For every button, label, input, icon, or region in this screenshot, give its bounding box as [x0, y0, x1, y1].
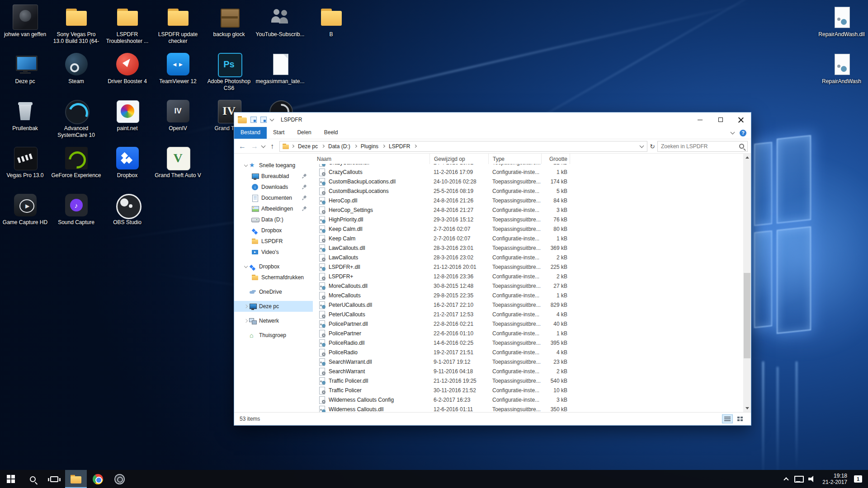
desktop-icon[interactable]: Game Capture HD: [0, 192, 50, 226]
file-row[interactable]: PeterUCallouts 21-2-2017 12:53 Configura…: [313, 310, 743, 319]
taskbar-search-button[interactable]: [22, 470, 43, 488]
desktop-icon[interactable]: RepairAndWash.dll: [816, 5, 867, 38]
taskbar-file-explorer-button[interactable]: [65, 470, 87, 488]
window-folder-icon[interactable]: [238, 116, 247, 123]
start-button[interactable]: [0, 470, 22, 488]
desktop-icon[interactable]: B: [306, 5, 356, 38]
recent-locations-chevron-icon[interactable]: [261, 143, 266, 148]
desktop-icon[interactable]: Dropbox: [102, 145, 152, 179]
desktop-icon[interactable]: Prullenbak: [0, 99, 50, 132]
file-row[interactable]: CustomBackupLocations 25-5-2016 08:19 Co…: [313, 186, 743, 196]
taskbar-chrome-button[interactable]: [87, 470, 108, 488]
task-view-button[interactable]: [43, 470, 65, 488]
breadcrumb-chevron-icon[interactable]: [354, 145, 357, 148]
desktop-icon[interactable]: Grand Theft Auto V: [153, 145, 203, 179]
volume-tray-button[interactable]: [805, 470, 819, 488]
search-icon[interactable]: [739, 144, 744, 149]
desktop-icon[interactable]: Sound Capture: [51, 192, 101, 226]
nav-item[interactable]: Dropbox: [234, 225, 313, 236]
file-row[interactable]: PeterUCallouts.dll 16-2-2017 22:10 Toepa…: [313, 300, 743, 310]
nav-item[interactable]: Bureaublad: [234, 171, 313, 182]
file-row[interactable]: CrazyCallouts 11-2-2016 17:09 Configurat…: [313, 167, 743, 177]
nav-item[interactable]: Downloads: [234, 182, 313, 192]
breadcrumb-segment[interactable]: Plugins: [359, 143, 387, 150]
expand-chevron-icon[interactable]: [245, 197, 251, 199]
nav-item[interactable]: Netwerk: [234, 315, 313, 326]
desktop-icon[interactable]: paint.net: [102, 99, 152, 132]
nav-item[interactable]: Afbeeldingen: [234, 203, 313, 214]
desktop-icon[interactable]: OBS Studio: [102, 192, 152, 226]
scrollbar-thumb[interactable]: [744, 273, 750, 358]
file-row[interactable]: PoliceRadio.dll 14-6-2016 02:25 Toepassi…: [313, 338, 743, 347]
file-row[interactable]: Traffic Policer 30-11-2016 21:52 Configu…: [313, 385, 743, 395]
up-button[interactable]: ↑: [267, 142, 277, 150]
file-row[interactable]: HighPriority.dll 29-3-2016 15:12 Toepass…: [313, 215, 743, 224]
file-row[interactable]: PoliceRadio 19-2-2017 21:51 Configuratie…: [313, 347, 743, 357]
desktop-icon[interactable]: megasimman_late...: [255, 52, 305, 85]
back-button[interactable]: ←: [237, 142, 247, 150]
refresh-icon[interactable]: ↻: [650, 143, 655, 150]
expand-chevron-icon[interactable]: [245, 251, 251, 253]
file-row[interactable]: LSPDFR+.dll 21-12-2016 20:01 Toepassings…: [313, 262, 743, 272]
qat-icon[interactable]: [260, 117, 267, 123]
qat-dropdown-chevron-icon[interactable]: [270, 117, 274, 122]
expand-chevron-icon[interactable]: [245, 207, 251, 210]
desktop-icon[interactable]: Sony Vegas Pro 13.0 Build 310 (64-bit) .…: [51, 5, 101, 45]
search-input[interactable]: [661, 143, 739, 150]
file-row[interactable]: Wilderness Callouts.dll 12-6-2016 01:11 …: [313, 404, 743, 412]
breadcrumb-chevron-icon[interactable]: [291, 145, 294, 148]
action-center-button[interactable]: 1: [851, 470, 865, 488]
desktop-icon[interactable]: Deze pc: [0, 52, 50, 85]
desktop-icon[interactable]: LSPDFR update checker: [153, 5, 203, 45]
file-row[interactable]: PolicePartner.dll 22-8-2016 02:21 Toepas…: [313, 319, 743, 328]
breadcrumb-chevron-icon[interactable]: [382, 145, 385, 148]
desktop-icon[interactable]: Steam: [51, 52, 101, 85]
scroll-down-arrow[interactable]: [743, 404, 751, 412]
expand-chevron-icon[interactable]: [245, 229, 251, 232]
column-header-name[interactable]: Naam: [313, 154, 430, 164]
nav-item[interactable]: LSPDFR: [234, 236, 313, 247]
expand-chevron-icon[interactable]: [243, 164, 249, 166]
desktop-icon[interactable]: GeForce Experience: [51, 145, 101, 179]
breadcrumb-segment[interactable]: Deze pc: [296, 143, 326, 150]
file-row[interactable]: CrazyCallouts.dll 24-4-2016 16:02 Toepas…: [313, 164, 743, 167]
column-header-size[interactable]: Grootte: [542, 154, 570, 164]
file-row[interactable]: SearchWarrant 9-11-2016 04:18 Configurat…: [313, 366, 743, 376]
tray-expand-button[interactable]: [781, 470, 791, 488]
expand-chevron-icon[interactable]: [243, 334, 249, 337]
desktop-icon[interactable]: johwie van geffen: [0, 5, 50, 38]
nav-item[interactable]: Video's: [234, 247, 313, 258]
expand-chevron-icon[interactable]: [245, 218, 251, 221]
column-header-type[interactable]: Type: [489, 154, 542, 164]
nav-item[interactable]: Data (D:): [234, 214, 313, 225]
file-row[interactable]: LawCallouts.dll 28-3-2016 23:01 Toepassi…: [313, 243, 743, 253]
title-bar[interactable]: LSPDFR: [234, 113, 751, 127]
desktop-icon[interactable]: Driver Booster 4: [102, 52, 152, 85]
ribbon-tab[interactable]: Beeld: [318, 127, 344, 139]
file-row[interactable]: HeroCop.dll 24-8-2016 21:26 Toepassingsu…: [313, 196, 743, 205]
forward-button[interactable]: →: [250, 142, 259, 150]
nav-item[interactable]: Thuisgroep: [234, 330, 313, 341]
breadcrumb-segment[interactable]: Data (D:): [326, 143, 359, 150]
expand-chevron-icon[interactable]: [245, 276, 251, 279]
nav-item[interactable]: Deze pc: [234, 301, 313, 312]
expand-chevron-icon[interactable]: [243, 319, 249, 322]
breadcrumb-field[interactable]: Deze pc Data (D:) Plugins: [279, 141, 647, 152]
breadcrumb-chevron-icon[interactable]: [321, 145, 325, 148]
taskbar-clock[interactable]: 19:18 21-2-2017: [819, 473, 851, 485]
file-row[interactable]: SearchWarrant.dll 9-1-2017 19:12 Toepass…: [313, 357, 743, 366]
expand-chevron-icon[interactable]: [243, 291, 249, 293]
desktop-icon[interactable]: Vegas Pro 13.0: [0, 145, 50, 179]
breadcrumb-chevron-icon[interactable]: [414, 145, 417, 148]
scroll-up-arrow[interactable]: [743, 154, 751, 161]
desktop-icon[interactable]: YouTube-Subscrib...: [255, 5, 305, 38]
scrollbar-track[interactable]: [743, 161, 751, 404]
taskbar-app-button[interactable]: [108, 470, 130, 488]
column-header-date[interactable]: Gewijzigd op: [430, 154, 489, 164]
search-box[interactable]: [657, 141, 748, 152]
desktop-icon[interactable]: Advanced SystemCare 10: [51, 99, 101, 139]
desktop-icon[interactable]: LSPDFR Troubleshooter ...: [102, 5, 152, 45]
expand-chevron-icon[interactable]: [245, 186, 251, 188]
desktop-icon[interactable]: Adobe Photoshop CS6: [204, 52, 254, 92]
desktop-icon[interactable]: RepairAndWash: [816, 52, 867, 85]
